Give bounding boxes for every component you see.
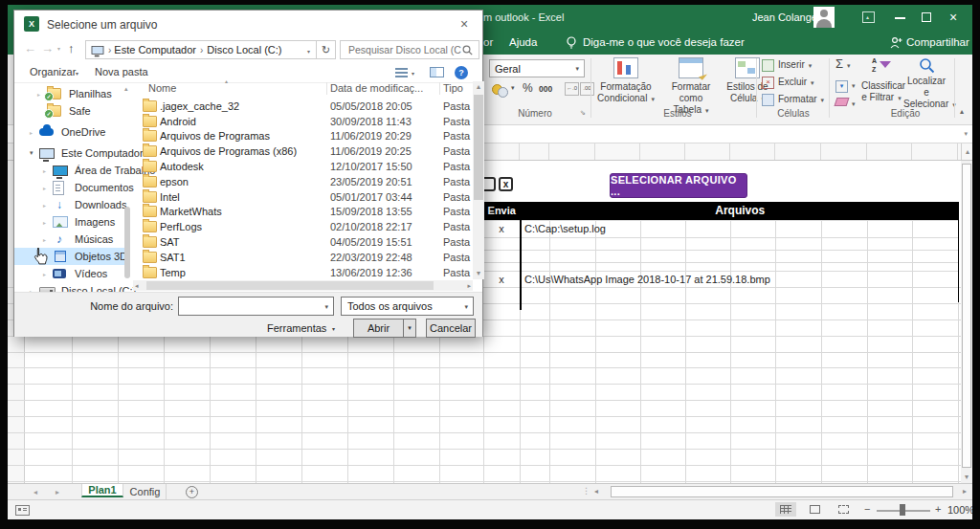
file-list-scrollbar[interactable]: ▴ ▾ (473, 81, 484, 279)
ribbon-display-options-icon[interactable]: ▴ (862, 11, 875, 23)
scroll-down-icon[interactable]: ▾ (961, 472, 972, 483)
new-sheet-button[interactable]: + (186, 486, 198, 498)
tools-dropdown[interactable]: Ferramentas (267, 322, 326, 334)
file-row[interactable]: Intel 05/01/2017 03:44 Pasta de arquivos (133, 189, 471, 205)
recent-locations-icon[interactable]: ▾ (57, 45, 60, 52)
column-header-cell[interactable] (821, 143, 867, 160)
vertical-scrollbar[interactable]: ▾ (961, 161, 972, 483)
forward-icon[interactable]: → (41, 41, 54, 55)
splitter-grip-icon[interactable]: ⋮ (582, 486, 590, 496)
file-row[interactable]: Android 30/09/2018 11:43 Pasta de arquiv… (133, 114, 471, 129)
column-divider[interactable] (439, 82, 440, 95)
filetype-dropdown[interactable]: Todos os arquivos ▾ (341, 297, 474, 316)
breadcrumb-root[interactable]: Este Computador (114, 44, 196, 55)
hscroll-left-icon[interactable]: ◂ (135, 280, 139, 292)
sidebar-item[interactable]: Objetos 3D (14, 248, 129, 265)
breadcrumb-current[interactable]: Disco Local (C:) (207, 44, 281, 55)
horizontal-scrollbar[interactable] (607, 485, 959, 498)
zoom-in-icon[interactable]: + (935, 503, 941, 515)
sheet-tab-plan1[interactable]: Plan1 (81, 484, 123, 497)
insert-cells-button[interactable]: Inserir (762, 59, 812, 72)
form-checkbox-checked[interactable]: x (499, 177, 513, 191)
table-cell-arquivo[interactable]: C:\Cap:\setup.log (524, 223, 606, 234)
horizontal-scrollbar-thumb[interactable] (611, 486, 953, 497)
preview-pane-icon[interactable] (430, 67, 444, 77)
expand-chevron-icon[interactable] (43, 167, 53, 174)
expand-chevron-icon[interactable] (43, 271, 53, 277)
share-button[interactable]: Compartilhar (906, 36, 969, 48)
back-icon[interactable]: ← (24, 41, 36, 55)
file-row[interactable]: epson 23/05/2019 20:51 Pasta de arquivos (133, 174, 471, 189)
view-page-break-button[interactable] (833, 502, 854, 517)
sidebar-item[interactable]: Planilhas (14, 85, 129, 102)
file-row[interactable]: SAT1 22/03/2019 22:48 Pasta de arquivos (133, 250, 471, 265)
sidebar-item[interactable]: Safe (14, 102, 129, 120)
dialog-close-icon[interactable]: × (460, 16, 468, 32)
column-header-cell[interactable] (685, 143, 730, 160)
scroll-up-icon[interactable]: ▴ (473, 81, 484, 93)
table-cell-arquivo[interactable]: C:\Us\WhatsApp Image 2018-10-17 at 21.59… (524, 274, 770, 285)
dialog-sidebar[interactable]: Planilhas Safe OneDrive Este Computador … (14, 85, 129, 299)
clear-button[interactable] (835, 93, 856, 110)
column-header-cell[interactable] (912, 143, 958, 160)
view-mode-icon[interactable] (395, 68, 408, 77)
dialog-launcher-icon[interactable]: ⇘ (580, 109, 586, 117)
expand-chevron-icon[interactable] (30, 149, 39, 157)
find-select-button[interactable]: Localizar e Selecionar (903, 57, 949, 111)
expand-chevron-icon[interactable] (43, 219, 53, 226)
tab-help[interactable]: Ajuda (509, 36, 537, 48)
column-header-cell[interactable] (520, 143, 549, 160)
sidebar-item[interactable]: Área de Trabalho (14, 162, 129, 179)
search-box[interactable] (340, 40, 479, 59)
hscroll-left-icon[interactable]: ◂ (594, 486, 598, 497)
column-header-cell[interactable] (867, 143, 912, 160)
file-row[interactable]: SAT 04/05/2019 15:51 Pasta de arquivos (133, 234, 471, 250)
increase-decimal-icon[interactable]: ←.0 (565, 82, 579, 96)
sidebar-item[interactable]: Imagens (14, 213, 129, 231)
expand-formula-bar-icon[interactable]: ▾ (964, 130, 968, 138)
sidebar-item[interactable]: Downloads (14, 196, 129, 213)
hscroll-right-icon[interactable]: ▸ (963, 486, 967, 497)
select-file-button[interactable]: SELECIONAR ARQUIVO ... (610, 173, 747, 198)
column-header-cell[interactable] (595, 143, 640, 160)
tab-fragment[interactable]: or (483, 36, 493, 48)
expand-chevron-icon[interactable] (30, 129, 39, 136)
refresh-button[interactable]: ↻ (316, 40, 336, 59)
minimize-button[interactable] (895, 17, 905, 19)
column-header-cell[interactable] (483, 143, 520, 160)
column-header-cell[interactable] (775, 143, 821, 160)
file-row[interactable]: PerfLogs 02/10/2018 22:17 Pasta de arqui… (133, 219, 471, 234)
column-date[interactable]: Data de modificaç... (330, 82, 423, 94)
accessibility-status-icon[interactable] (15, 505, 30, 516)
tell-me-box[interactable]: Diga-me o que você deseja fazer (583, 36, 745, 48)
column-header-cell[interactable] (730, 143, 775, 160)
hscroll-right-icon[interactable]: ▸ (467, 280, 471, 292)
tab-scroll-right-icon[interactable]: ▸ (56, 488, 59, 496)
sidebar-scrollbar-thumb[interactable] (124, 207, 130, 278)
sidebar-item[interactable]: Músicas (14, 231, 129, 248)
conditional-formatting-button[interactable]: Formatação Condicional (593, 57, 658, 105)
new-folder-button[interactable]: Nova pasta (95, 66, 148, 77)
scroll-up-icon[interactable]: ▴ (961, 143, 972, 160)
scroll-down-icon[interactable]: ▾ (473, 268, 484, 279)
fill-button[interactable]: ▾ (835, 75, 856, 93)
zoom-out-icon[interactable]: − (864, 503, 870, 515)
percent-style-button[interactable]: % (523, 81, 533, 95)
file-row[interactable]: Arquivos de Programas (x86) 11/06/2019 2… (133, 143, 471, 159)
vertical-scrollbar-thumb[interactable] (962, 164, 971, 468)
file-list-hscrollbar-thumb[interactable] (146, 281, 434, 290)
expand-chevron-icon[interactable] (43, 185, 53, 191)
collapse-ribbon-icon[interactable]: ▴ (960, 107, 964, 116)
restore-button[interactable] (922, 12, 931, 22)
chevron-down-icon[interactable]: ▾ (324, 303, 328, 311)
sidebar-item[interactable]: Este Computador (14, 144, 129, 162)
cancel-button[interactable]: Cancelar (426, 319, 476, 338)
sidebar-scroll-up-icon[interactable]: ▴ (124, 85, 128, 93)
zoom-slider-thumb[interactable] (900, 504, 905, 516)
file-list-scrollbar-thumb[interactable] (474, 95, 483, 200)
organize-button[interactable]: Organizar (30, 66, 76, 77)
sidebar-item[interactable]: OneDrive (14, 123, 129, 141)
breadcrumb[interactable]: › Este Computador › Disco Local (C:) ▾ (85, 40, 317, 59)
file-row[interactable]: Autodesk 12/10/2017 15:50 Pasta de arqui… (133, 159, 471, 174)
chevron-down-icon[interactable]: ▾ (332, 325, 335, 332)
